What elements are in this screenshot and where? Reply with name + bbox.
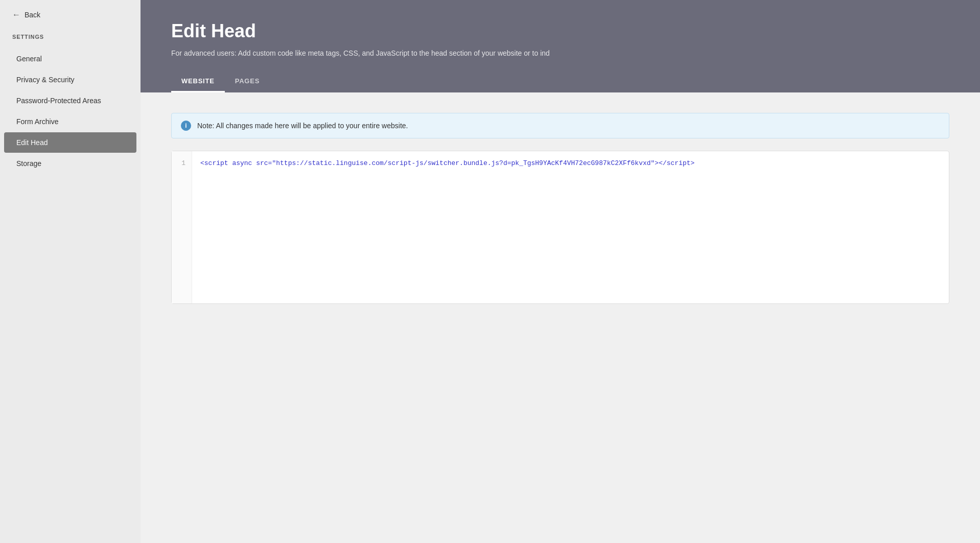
sidebar-item-edit-head[interactable]: Edit Head [4, 132, 136, 153]
info-banner: i Note: All changes made here will be ap… [171, 113, 949, 138]
back-arrow-icon: ← [12, 10, 20, 19]
tab-pages[interactable]: PAGES [225, 71, 270, 92]
tabs-container: WEBSITE PAGES [171, 71, 949, 92]
info-banner-message: Note: All changes made here will be appl… [197, 122, 408, 130]
page-header: Edit Head For advanced users: Add custom… [141, 0, 980, 92]
page-title: Edit Head [171, 20, 949, 42]
back-button[interactable]: ← Back [0, 0, 141, 30]
line-number-1: 1 [178, 159, 185, 167]
main-content: Edit Head For advanced users: Add custom… [141, 0, 980, 543]
line-numbers: 1 [172, 151, 192, 303]
sidebar-item-storage[interactable]: Storage [4, 153, 136, 174]
settings-section-label: SETTINGS [0, 30, 141, 48]
page-description: For advanced users: Add custom code like… [171, 48, 949, 59]
info-icon: i [181, 121, 191, 131]
code-editor[interactable]: 1 <script async src="https://static.ling… [171, 151, 949, 304]
back-label: Back [25, 11, 40, 19]
sidebar: ← Back SETTINGS General Privacy & Securi… [0, 0, 141, 543]
sidebar-item-form-archive[interactable]: Form Archive [4, 111, 136, 132]
content-area: i Note: All changes made here will be ap… [141, 92, 980, 543]
sidebar-item-privacy-security[interactable]: Privacy & Security [4, 69, 136, 90]
sidebar-nav: General Privacy & Security Password-Prot… [0, 48, 141, 174]
sidebar-item-general[interactable]: General [4, 49, 136, 69]
code-content[interactable]: <script async src="https://static.lingui… [192, 151, 949, 303]
sidebar-item-password-protected[interactable]: Password-Protected Areas [4, 90, 136, 111]
tab-website[interactable]: WEBSITE [171, 71, 225, 92]
